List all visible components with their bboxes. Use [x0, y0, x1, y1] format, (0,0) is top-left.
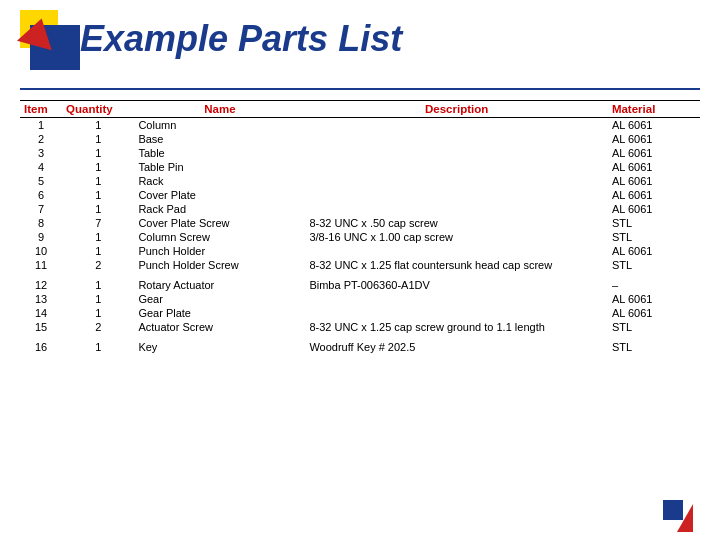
cell-desc: Bimba PT-006360-A1DV	[305, 278, 608, 292]
cell-name: Base	[134, 132, 305, 146]
table-row: 161KeyWoodruff Key # 202.5STL	[20, 340, 700, 354]
cell-qty: 1	[62, 340, 134, 354]
cell-desc	[305, 160, 608, 174]
table-row: 91Column Screw3/8-16 UNC x 1.00 cap scre…	[20, 230, 700, 244]
cell-mat: AL 6061	[608, 202, 700, 216]
corner-logo	[663, 500, 695, 532]
header-material: Material	[608, 101, 700, 118]
cell-desc: 3/8-16 UNC x 1.00 cap screw	[305, 230, 608, 244]
table-row: 31TableAL 6061	[20, 146, 700, 160]
cell-mat: STL	[608, 258, 700, 272]
cell-mat: –	[608, 278, 700, 292]
header-quantity: Quantity	[62, 101, 134, 118]
cell-qty: 1	[62, 244, 134, 258]
cell-item: 12	[20, 278, 62, 292]
cell-item: 16	[20, 340, 62, 354]
cell-desc	[305, 118, 608, 133]
cell-mat: AL 6061	[608, 306, 700, 320]
page-title: Example Parts List	[80, 18, 402, 60]
logo-red	[677, 504, 693, 532]
cell-mat: AL 6061	[608, 146, 700, 160]
cell-name: Rack Pad	[134, 202, 305, 216]
cell-qty: 1	[62, 202, 134, 216]
cell-item: 15	[20, 320, 62, 334]
cell-desc	[305, 306, 608, 320]
table-row: 87Cover Plate Screw8-32 UNC x .50 cap sc…	[20, 216, 700, 230]
cell-name: Table	[134, 146, 305, 160]
cell-item: 2	[20, 132, 62, 146]
cell-name: Cover Plate	[134, 188, 305, 202]
cell-name: Column	[134, 118, 305, 133]
cell-desc	[305, 132, 608, 146]
cell-qty: 7	[62, 216, 134, 230]
cell-desc: 8-32 UNC x 1.25 cap screw ground to 1.1 …	[305, 320, 608, 334]
table-row: 41Table PinAL 6061	[20, 160, 700, 174]
header-name: Name	[134, 101, 305, 118]
table-header-row: Item Quantity Name Description Material	[20, 101, 700, 118]
cell-desc: 8-32 UNC x .50 cap screw	[305, 216, 608, 230]
cell-desc	[305, 174, 608, 188]
cell-item: 5	[20, 174, 62, 188]
cell-qty: 1	[62, 132, 134, 146]
cell-qty: 1	[62, 292, 134, 306]
cell-qty: 2	[62, 258, 134, 272]
cell-item: 9	[20, 230, 62, 244]
cell-item: 7	[20, 202, 62, 216]
header-decoration	[20, 10, 80, 70]
cell-mat: STL	[608, 216, 700, 230]
cell-mat: STL	[608, 340, 700, 354]
table-row: 51RackAL 6061	[20, 174, 700, 188]
cell-qty: 1	[62, 230, 134, 244]
cell-mat: AL 6061	[608, 244, 700, 258]
cell-mat: AL 6061	[608, 118, 700, 133]
cell-desc: 8-32 UNC x 1.25 flat countersunk head ca…	[305, 258, 608, 272]
cell-name: Table Pin	[134, 160, 305, 174]
cell-item: 6	[20, 188, 62, 202]
cell-name: Key	[134, 340, 305, 354]
cell-desc	[305, 202, 608, 216]
cell-qty: 2	[62, 320, 134, 334]
cell-qty: 1	[62, 306, 134, 320]
cell-name: Column Screw	[134, 230, 305, 244]
table-row: 121Rotary ActuatorBimba PT-006360-A1DV–	[20, 278, 700, 292]
table-row: 112Punch Holder Screw8-32 UNC x 1.25 fla…	[20, 258, 700, 272]
cell-mat: AL 6061	[608, 160, 700, 174]
cell-item: 3	[20, 146, 62, 160]
cell-desc	[305, 292, 608, 306]
cell-item: 11	[20, 258, 62, 272]
cell-item: 10	[20, 244, 62, 258]
table-row: 141Gear PlateAL 6061	[20, 306, 700, 320]
cell-qty: 1	[62, 146, 134, 160]
cell-mat: AL 6061	[608, 188, 700, 202]
cell-desc: Woodruff Key # 202.5	[305, 340, 608, 354]
table-row: 131GearAL 6061	[20, 292, 700, 306]
cell-qty: 1	[62, 174, 134, 188]
cell-item: 14	[20, 306, 62, 320]
cell-qty: 1	[62, 160, 134, 174]
cell-qty: 1	[62, 118, 134, 133]
table-row: 61Cover PlateAL 6061	[20, 188, 700, 202]
table-row: 21BaseAL 6061	[20, 132, 700, 146]
table-row: 101Punch HolderAL 6061	[20, 244, 700, 258]
table-row: 11ColumnAL 6061	[20, 118, 700, 133]
cell-desc	[305, 244, 608, 258]
cell-qty: 1	[62, 188, 134, 202]
cell-item: 4	[20, 160, 62, 174]
cell-mat: AL 6061	[608, 174, 700, 188]
cell-name: Actuator Screw	[134, 320, 305, 334]
cell-name: Rack	[134, 174, 305, 188]
table-row: 71Rack PadAL 6061	[20, 202, 700, 216]
cell-mat: STL	[608, 230, 700, 244]
cell-desc	[305, 146, 608, 160]
cell-name: Punch Holder Screw	[134, 258, 305, 272]
header-description: Description	[305, 101, 608, 118]
logo-shape	[663, 500, 695, 532]
cell-name: Rotary Actuator	[134, 278, 305, 292]
header-item: Item	[20, 101, 62, 118]
cell-desc	[305, 188, 608, 202]
cell-item: 13	[20, 292, 62, 306]
table-row: 152Actuator Screw8-32 UNC x 1.25 cap scr…	[20, 320, 700, 334]
cell-mat: AL 6061	[608, 132, 700, 146]
cell-name: Gear	[134, 292, 305, 306]
parts-table: Item Quantity Name Description Material …	[20, 100, 700, 354]
